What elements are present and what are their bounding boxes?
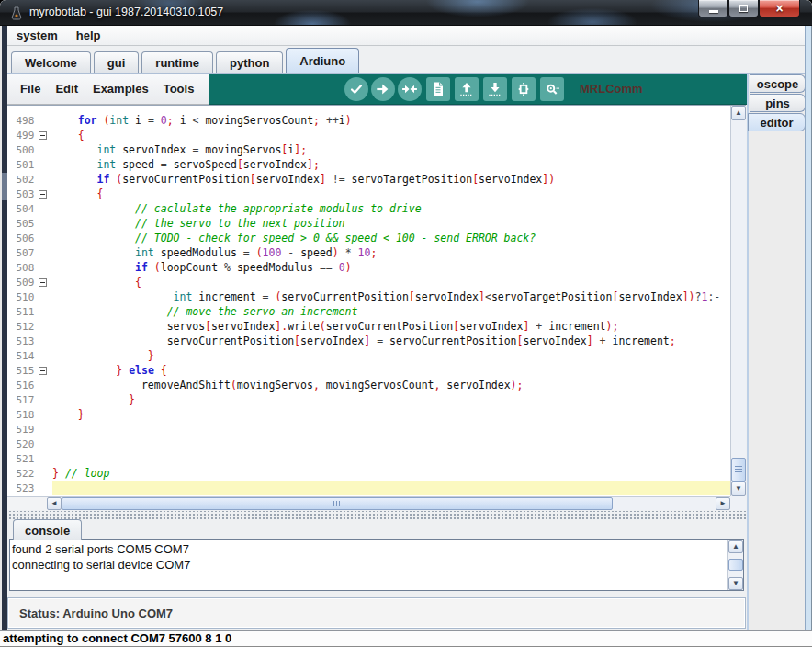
line-number: 510 [7, 291, 34, 303]
menu-help[interactable]: help [67, 26, 110, 45]
code-line[interactable]: // caclulate the appropriate modulus to … [52, 201, 730, 216]
line-number: 522 [7, 468, 34, 480]
code-line[interactable]: } [52, 348, 730, 363]
gutter-row: 509 [7, 275, 51, 289]
code-line[interactable]: if (loopCount % speedModulus == 0) [52, 260, 730, 275]
new-sketch-button[interactable] [426, 77, 450, 101]
side-tab-pins[interactable]: pins [750, 94, 806, 112]
code-line[interactable] [52, 422, 730, 437]
code-line[interactable]: servoCurrentPosition[servoIndex] = servo… [52, 334, 730, 348]
open-button[interactable] [455, 77, 479, 101]
code-line[interactable]: int speedModulus = (100 - speed) * 10; [52, 245, 730, 260]
close-button[interactable]: × [759, 0, 800, 17]
gutter-row: 518 [7, 407, 51, 422]
editor-horizontal-scrollbar[interactable]: ◄ ► [7, 496, 730, 510]
line-number: 521 [7, 453, 34, 465]
tab-welcome[interactable]: Welcome [11, 51, 91, 74]
line-number: 502 [7, 174, 34, 186]
scroll-up-button[interactable]: ▲ [728, 540, 743, 553]
gutter-row: 502 [7, 172, 51, 187]
fold-column [34, 131, 51, 140]
side-tab-oscope[interactable]: oscope [750, 74, 806, 93]
monitor-button[interactable] [540, 77, 564, 101]
connect-button[interactable] [398, 77, 422, 101]
gutter-row: 523 [7, 481, 51, 495]
gutter-row: 512 [7, 319, 51, 334]
scroll-down-button[interactable]: ▼ [728, 577, 743, 590]
fold-marker-icon[interactable] [39, 131, 47, 140]
code-line[interactable]: for (int i = 0; i < movingServosCount; +… [52, 113, 730, 128]
arduino-menu-tools[interactable]: Tools [156, 82, 202, 96]
line-number: 506 [7, 233, 34, 244]
code-line[interactable]: { [52, 187, 730, 201]
scroll-right-button[interactable]: ► [716, 497, 730, 510]
code-line[interactable]: // the servo to the next position [52, 216, 730, 231]
code-line[interactable]: } else { [52, 363, 730, 378]
editor-vertical-scrollbar[interactable]: ▲ ▼ [730, 106, 746, 496]
code-line[interactable]: int increment = (servoCurrentPosition[se… [52, 289, 730, 304]
code-line[interactable]: { [52, 275, 730, 289]
code-line[interactable]: // move the servo an increment [52, 304, 730, 319]
gutter-row: 514 [7, 348, 51, 363]
save-button[interactable] [483, 77, 507, 101]
fold-marker-icon[interactable] [39, 190, 47, 199]
code-line[interactable]: } [52, 407, 730, 422]
side-tab-editor[interactable]: editor [748, 113, 806, 131]
code-line[interactable] [52, 451, 730, 466]
gutter-row: 508 [7, 260, 51, 275]
arduino-menu-examples[interactable]: Examples [85, 82, 156, 96]
scroll-left-button[interactable]: ◄ [47, 497, 62, 510]
horizontal-scroll-thumb[interactable] [62, 497, 613, 510]
thumb-grip [735, 466, 742, 472]
code-line[interactable]: removeAndShift(movingServos, movingServo… [52, 378, 730, 392]
tab-gui[interactable]: gui [94, 51, 140, 74]
line-number: 498 [7, 115, 34, 127]
code-line[interactable] [52, 481, 730, 495]
code-line[interactable]: if (servoCurrentPosition[servoIndex] != … [52, 172, 730, 187]
console-scrollbar[interactable]: ▲ ▼ [727, 540, 743, 590]
restore-button[interactable] [728, 0, 759, 17]
verify-button[interactable] [344, 77, 368, 101]
code-line[interactable]: } // loop [52, 466, 730, 481]
menu-system[interactable]: system [7, 26, 67, 45]
frame-button[interactable] [512, 77, 536, 101]
minimize-button[interactable] [698, 0, 728, 17]
arduino-menu-file[interactable]: File [13, 82, 48, 96]
line-number: 504 [7, 203, 34, 215]
console-output[interactable]: found 2 serial ports COM5 COM7connecting… [9, 539, 744, 591]
line-number: 523 [7, 482, 34, 494]
tab-runtime[interactable]: runtime [141, 51, 213, 74]
fold-marker-icon[interactable] [39, 367, 47, 375]
fold-marker-icon[interactable] [39, 278, 47, 287]
tab-console[interactable]: console [13, 519, 82, 540]
code-line[interactable]: // TODO - check for speed > 0 && speed <… [52, 231, 730, 245]
scroll-down-button[interactable]: ▼ [731, 482, 746, 496]
gutter-row: 516 [7, 378, 51, 392]
code-editor[interactable]: 4984995005015025035045055065075085095105… [7, 105, 746, 510]
status-label: Status: Arduino Uno COM7 [8, 607, 173, 620]
gutter-row: 513 [7, 334, 51, 348]
code-line[interactable]: int speed = servoSpeed[servoIndex]; [52, 157, 730, 172]
toolbar-icons [344, 77, 567, 101]
console-scroll-thumb[interactable] [728, 559, 743, 571]
arduino-menu-edit[interactable]: Edit [48, 82, 85, 96]
tab-python[interactable]: python [216, 51, 283, 74]
close-icon: × [775, 1, 783, 17]
gutter-row: 498 [7, 113, 51, 128]
code-area[interactable]: for (int i = 0; i < movingServosCount; +… [52, 106, 730, 496]
vertical-scroll-thumb[interactable] [731, 458, 746, 482]
tab-ardiuno[interactable]: Ardiuno [286, 48, 359, 74]
scroll-up-button[interactable]: ▲ [731, 106, 746, 120]
split-pane-divider[interactable] [7, 511, 746, 519]
upload-button[interactable] [371, 77, 395, 101]
code-line[interactable]: int servoIndex = movingServos[i]; [52, 142, 730, 157]
code-line[interactable]: } [52, 392, 730, 407]
code-line[interactable]: servos[servoIndex].write(servoCurrentPos… [52, 319, 730, 334]
code-line[interactable]: { [52, 128, 730, 142]
gutter-row: 521 [7, 451, 51, 466]
code-line[interactable] [52, 437, 730, 451]
title-bar[interactable]: myrobotlab - gui 1987.20140310.1057 × [0, 0, 812, 26]
line-number: 499 [7, 130, 34, 142]
line-number: 515 [7, 365, 34, 377]
gutter-row: 520 [7, 437, 51, 451]
